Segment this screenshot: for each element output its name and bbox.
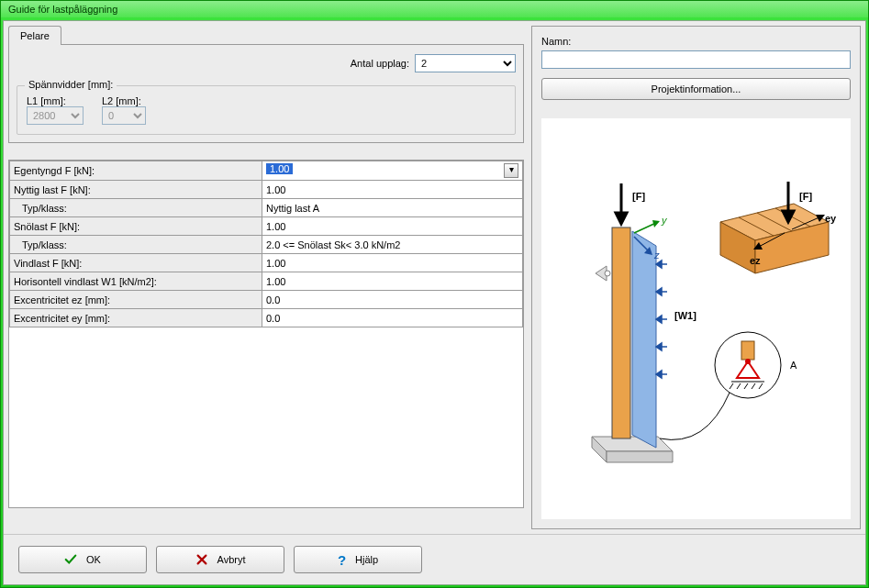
l2-select: 0 [102,106,146,125]
prop-value-cell[interactable]: 1.00 [262,272,523,291]
illustration: [W1] [F] y [541,118,851,519]
check-icon [64,553,77,566]
prop-value-cell[interactable]: 1.00 [262,254,523,272]
button-bar: OK Avbryt ? Hjälp [4,534,865,584]
svg-marker-6 [656,261,662,268]
prop-value-cell[interactable]: 2.0 <= Snölast Sk< 3.0 kN/m2 [262,236,523,254]
tab-label: Pelare [20,30,50,41]
prop-value-cell[interactable]: Nyttig last A [262,199,523,217]
group-spannvidder-title: Spännvidder [mm]: [25,79,117,90]
column-diagram-svg: [W1] [F] y [550,163,843,475]
cross-icon [195,553,208,566]
prop-value-cell[interactable]: 1.00 [262,181,523,199]
svg-marker-18 [652,220,660,227]
prop-row: Nyttig last F [kN]:1.00 [10,181,523,199]
prop-value-cell[interactable]: 0.0 [262,291,523,309]
prop-key: Excentricitet ey [mm]: [10,309,262,327]
prop-key: Nyttig last F [kN]: [10,181,262,199]
chevron-down-icon[interactable]: ▾ [504,163,518,178]
antal-upplag-select[interactable]: 2 [415,54,516,72]
tab-pelare[interactable]: Pelare [8,26,61,45]
prop-key: Excentricitet ez [mm]: [10,291,262,309]
svg-rect-36 [741,341,754,360]
prop-key: Typ/klass: [10,199,262,217]
ok-button[interactable]: OK [18,546,147,573]
prop-row: Snölast F [kN]:1.00 [10,217,523,236]
prop-value-cell[interactable]: 1.00▾ [262,161,523,181]
antal-label: Antal upplag: [351,58,409,69]
prop-key: Typ/klass: [10,236,262,254]
titlebar: Guide för lastpåläggning [1,1,868,17]
prop-row: Typ/klass:Nyttig last A [10,199,523,217]
diagram-ez: ez [750,255,761,266]
cancel-label: Avbryt [217,554,246,565]
l2-label: L2 [mm]: [102,95,146,106]
tabset: Pelare [8,26,524,45]
l1-label: L1 [mm]: [27,95,84,106]
diagram-w1-label: [W1] [674,310,696,321]
projektinformation-button[interactable]: Projektinformation... [541,78,851,100]
diagram-y-axis: y [661,215,668,226]
ok-label: OK [86,554,101,565]
l1-select: 2800 [27,106,84,125]
prop-row: Excentricitet ez [mm]:0.0 [10,291,523,309]
diagram-ey: ey [825,213,837,224]
svg-marker-12 [656,343,662,350]
diagram-f-label-2: [F] [799,191,812,202]
svg-marker-4 [632,231,656,448]
prop-key: Snölast F [kN]: [10,217,262,236]
prop-row: Vindlast F [kN]:1.00 [10,254,523,272]
tab-body: Antal upplag: 2 Spännvidder [mm]: L1 [mm… [8,44,524,143]
svg-marker-10 [656,316,662,323]
diagram-z-axis: z [653,250,660,261]
projektinformation-label: Projektinformation... [652,83,741,94]
prop-key: Horisontell vindlast W1 [kN/m2]: [10,272,262,291]
svg-point-22 [605,271,610,276]
prop-key: Vindlast F [kN]: [10,254,262,272]
namn-label: Namn: [541,36,851,47]
group-spannvidder: Spännvidder [mm]: L1 [mm]: 2800 L2 [mm]:… [17,85,516,135]
prop-value-cell[interactable]: 1.00 [262,217,523,236]
namn-input[interactable] [541,50,851,69]
help-button[interactable]: ? Hjälp [294,546,422,573]
window-title: Guide för lastpåläggning [8,4,117,15]
property-grid: Egentyngd F [kN]:1.00▾Nyttig last F [kN]… [8,160,524,508]
cancel-button[interactable]: Avbryt [156,546,284,573]
svg-marker-2 [607,451,673,462]
prop-row: Egentyngd F [kN]:1.00▾ [10,161,523,181]
svg-rect-3 [612,227,630,438]
diagram-detail-a: A [790,360,797,371]
dialog-client: Pelare Antal upplag: 2 Spännvidder [mm]:… [3,20,866,585]
svg-marker-14 [656,371,662,378]
prop-row: Horisontell vindlast W1 [kN/m2]:1.00 [10,272,523,291]
prop-key: Egentyngd F [kN]: [10,161,262,181]
svg-marker-8 [656,288,662,295]
prop-value-cell[interactable]: 0.0 [262,309,523,327]
prop-row: Typ/klass:2.0 <= Snölast Sk< 3.0 kN/m2 [10,236,523,254]
svg-point-38 [745,359,751,364]
question-icon: ? [338,552,346,568]
right-panel: Namn: Projektinformation... [531,26,861,529]
help-label: Hjälp [355,554,378,565]
prop-row: Excentricitet ey [mm]:0.0 [10,309,523,327]
diagram-f-label: [F] [632,191,645,202]
svg-marker-16 [616,213,627,224]
